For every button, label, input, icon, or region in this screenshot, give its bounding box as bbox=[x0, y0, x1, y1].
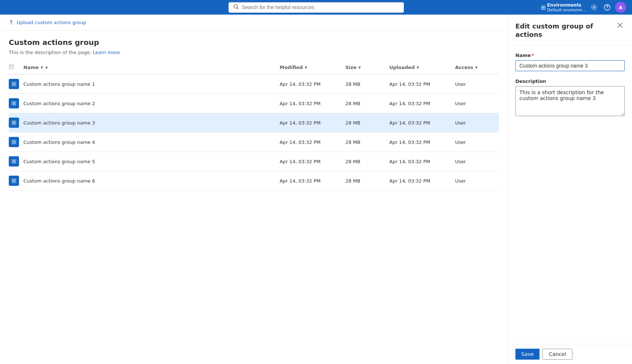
row-name-cell: Custom actions group name 5 bbox=[23, 159, 280, 164]
col-icon bbox=[9, 64, 23, 71]
table-row[interactable]: Custom actions group name 3 Apr 14, 03:3… bbox=[9, 113, 499, 133]
col-access-header[interactable]: Access ∨ bbox=[455, 64, 499, 71]
file-icon bbox=[9, 156, 19, 166]
file-icon bbox=[9, 118, 19, 128]
description-text: This is the description of the page. bbox=[9, 50, 91, 55]
panel-header: Edit custom group of actions bbox=[508, 15, 632, 45]
page-header: Custom actions group This is the descrip… bbox=[0, 31, 508, 61]
search-icon bbox=[233, 4, 239, 11]
row-icon-cell bbox=[9, 176, 23, 186]
name-sort-desc-icon: ∨ bbox=[40, 65, 43, 70]
row-modified-cell: Apr 14, 03:32 PM bbox=[280, 101, 345, 106]
row-uploaded-cell: Apr 14, 03:32 PM bbox=[389, 101, 455, 106]
svg-point-2 bbox=[593, 7, 595, 8]
search-box[interactable] bbox=[228, 2, 404, 13]
row-size-cell: 28 MB bbox=[345, 101, 389, 106]
svg-point-19 bbox=[15, 181, 16, 183]
col-name-header[interactable]: Name ∨ ∧ bbox=[23, 64, 280, 71]
svg-point-13 bbox=[15, 123, 16, 125]
save-button[interactable]: Save bbox=[515, 349, 540, 360]
row-name: Custom actions group name 6 bbox=[23, 178, 95, 184]
row-modified-cell: Apr 14, 03:32 PM bbox=[280, 120, 345, 126]
col-access-label: Access bbox=[455, 65, 473, 70]
table-row[interactable]: Custom actions group name 1 Apr 14, 03:3… bbox=[9, 74, 499, 94]
col-size-header[interactable]: Size ∨ bbox=[345, 64, 389, 71]
environments-icon: ⊞ bbox=[541, 4, 545, 11]
table-row[interactable]: Custom actions group name 4 Apr 14, 03:3… bbox=[9, 133, 499, 152]
table-container: Name ∨ ∧ Modified ∨ Size ∨ Uploaded ∨ bbox=[0, 61, 508, 191]
row-name-cell: Custom actions group name 1 bbox=[23, 81, 280, 87]
col-size-label: Size bbox=[345, 65, 356, 70]
env-name: Default environm... bbox=[547, 8, 586, 12]
name-sort-asc-icon: ∧ bbox=[45, 65, 48, 70]
description-label: Description bbox=[515, 78, 625, 84]
row-name-cell: Custom actions group name 4 bbox=[23, 139, 280, 145]
nav-center bbox=[228, 2, 404, 13]
table-rows: Custom actions group name 1 Apr 14, 03:3… bbox=[9, 74, 499, 191]
row-modified-cell: Apr 14, 03:32 PM bbox=[280, 139, 345, 145]
file-icon bbox=[9, 137, 19, 147]
row-uploaded-cell: Apr 14, 03:32 PM bbox=[389, 159, 455, 164]
row-uploaded-cell: Apr 14, 03:32 PM bbox=[389, 178, 455, 184]
col-name-label: Name bbox=[23, 65, 39, 70]
learn-more-link[interactable]: Learn more bbox=[93, 50, 120, 55]
cancel-button[interactable]: Cancel bbox=[542, 349, 572, 360]
col-modified-label: Modified bbox=[280, 65, 303, 70]
name-input[interactable] bbox=[515, 60, 625, 71]
environments-button[interactable]: ⊞ Environments Default environm... bbox=[541, 3, 586, 12]
modified-sort-icon: ∨ bbox=[304, 65, 307, 70]
table-row[interactable]: Custom actions group name 6 Apr 14, 03:3… bbox=[9, 171, 499, 191]
file-icon bbox=[9, 79, 19, 89]
svg-line-1 bbox=[237, 8, 238, 9]
row-access-cell: User bbox=[455, 120, 499, 126]
help-button[interactable] bbox=[602, 2, 612, 12]
top-nav: ⊞ Environments Default environm... A bbox=[0, 0, 632, 15]
row-icon-cell bbox=[9, 118, 23, 128]
search-input[interactable] bbox=[242, 4, 399, 10]
row-size-cell: 28 MB bbox=[345, 159, 389, 164]
file-icon bbox=[9, 98, 19, 108]
file-icon bbox=[9, 176, 19, 186]
svg-point-4 bbox=[607, 8, 608, 9]
row-name: Custom actions group name 2 bbox=[23, 101, 95, 106]
svg-point-15 bbox=[15, 143, 16, 144]
col-uploaded-label: Uploaded bbox=[389, 65, 415, 70]
svg-point-9 bbox=[15, 85, 16, 86]
col-uploaded-header[interactable]: Uploaded ∨ bbox=[389, 64, 455, 71]
table-row[interactable]: Custom actions group name 2 Apr 14, 03:3… bbox=[9, 94, 499, 113]
col-modified-header[interactable]: Modified ∨ bbox=[280, 64, 345, 71]
row-size-cell: 28 MB bbox=[345, 178, 389, 184]
avatar[interactable]: A bbox=[615, 2, 626, 13]
row-access-cell: User bbox=[455, 178, 499, 184]
row-icon-cell bbox=[9, 98, 23, 108]
description-field: Description bbox=[515, 78, 625, 117]
row-name: Custom actions group name 4 bbox=[23, 139, 95, 145]
row-icon-cell bbox=[9, 137, 23, 147]
page-title: Custom actions group bbox=[9, 38, 499, 47]
upload-icon: ↑ bbox=[9, 19, 14, 26]
main-layout: ↑ Upload custom actions group Custom act… bbox=[0, 15, 632, 364]
upload-label: Upload custom actions group bbox=[16, 20, 86, 25]
close-panel-button[interactable] bbox=[615, 22, 625, 28]
row-name-cell: Custom actions group name 3 bbox=[23, 120, 280, 126]
row-access-cell: User bbox=[455, 139, 499, 145]
upload-bar[interactable]: ↑ Upload custom actions group bbox=[0, 15, 508, 31]
row-size-cell: 28 MB bbox=[345, 120, 389, 126]
file-header-icon bbox=[9, 64, 15, 71]
environments-block: Environments Default environm... bbox=[547, 3, 586, 12]
row-access-cell: User bbox=[455, 81, 499, 87]
description-textarea[interactable] bbox=[515, 86, 625, 116]
access-sort-icon: ∨ bbox=[475, 65, 478, 70]
row-modified-cell: Apr 14, 03:32 PM bbox=[280, 159, 345, 164]
table-header: Name ∨ ∧ Modified ∨ Size ∨ Uploaded ∨ bbox=[9, 61, 499, 74]
row-access-cell: User bbox=[455, 159, 499, 164]
name-field: Name* bbox=[515, 53, 625, 71]
svg-point-17 bbox=[15, 162, 16, 164]
row-size-cell: 28 MB bbox=[345, 81, 389, 87]
row-name-cell: Custom actions group name 2 bbox=[23, 101, 280, 106]
settings-button[interactable] bbox=[589, 2, 599, 12]
row-modified-cell: Apr 14, 03:32 PM bbox=[280, 178, 345, 184]
svg-point-11 bbox=[15, 104, 16, 106]
row-access-cell: User bbox=[455, 101, 499, 106]
table-row[interactable]: Custom actions group name 5 Apr 14, 03:3… bbox=[9, 152, 499, 171]
